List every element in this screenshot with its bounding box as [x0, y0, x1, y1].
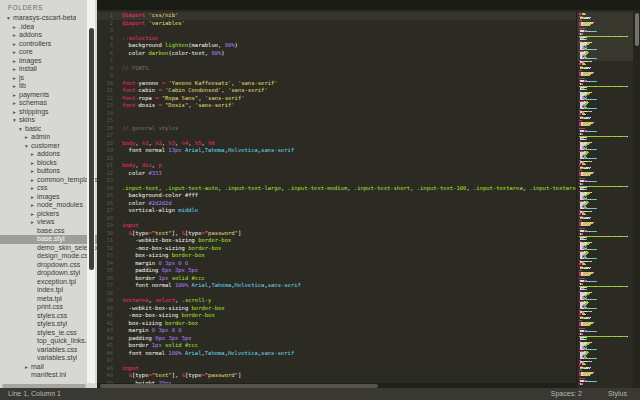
- code-line-37[interactable]: 37 font normal 100% Arial,Tahoma,Helveti…: [97, 282, 576, 290]
- code-line-40[interactable]: 40 -webkit-box-sizing border-box: [97, 305, 576, 313]
- folder-blocks[interactable]: ▸blocks: [0, 159, 97, 168]
- folder-payments[interactable]: ▸payments: [0, 91, 97, 100]
- code-line-14[interactable]: 14: [97, 110, 576, 118]
- code-line-15[interactable]: 15: [97, 117, 576, 125]
- editor-hscroll-thumb[interactable]: [100, 384, 378, 388]
- file-dropdown.css[interactable]: dropdown.css: [0, 261, 97, 270]
- code-line-11[interactable]: 11font-cabin = 'Cabin Condensed', 'sans-…: [97, 87, 576, 95]
- sidebar-vscroll-thumb[interactable]: [89, 28, 94, 270]
- sidebar-hscroll-thumb[interactable]: [2, 384, 86, 388]
- code-line-12[interactable]: 12font-ropa = "Ropa Sans", 'sans-serif': [97, 95, 576, 103]
- minimap[interactable]: [576, 10, 633, 388]
- file-top_quick_links.tpl[interactable]: top_quick_links.tpl: [0, 337, 97, 346]
- folder-core[interactable]: ▸core: [0, 48, 97, 57]
- code-line-33[interactable]: 33 box-sizing border-box: [97, 252, 576, 260]
- code-line-13[interactable]: 13font-dosis = "Dosis", 'sans-serif': [97, 102, 576, 110]
- code-line-26[interactable]: 26 color #2d2d2d: [97, 200, 576, 208]
- code-line-1[interactable]: 1@import 'css/nib': [97, 12, 576, 20]
- code-line-5[interactable]: 5 background lighten(marablue, 80%): [97, 42, 576, 50]
- code-line-20[interactable]: 20: [97, 155, 576, 163]
- code-line-21[interactable]: 21body, div, p: [97, 162, 576, 170]
- folder-shippings[interactable]: ▸shippings: [0, 108, 97, 117]
- code-line-4[interactable]: 4::selection: [97, 35, 576, 43]
- folder-marasys-cscart-beta[interactable]: ▾marasys-cscart-beta: [0, 14, 97, 23]
- folder-addons[interactable]: ▸addons: [0, 150, 97, 159]
- file-exception.tpl[interactable]: exception.tpl: [0, 278, 97, 287]
- code-line-41[interactable]: 41 -moz-box-sizing border-box: [97, 312, 576, 320]
- sidebar-vertical-scrollbar[interactable]: [87, 0, 95, 384]
- folder-images[interactable]: ▸images: [0, 193, 97, 202]
- folder-customer[interactable]: ▾customer: [0, 142, 97, 151]
- file-index.tpl[interactable]: index.tpl: [0, 286, 97, 295]
- folder-mail[interactable]: ▸mail: [0, 363, 97, 372]
- file-variables.css[interactable]: variables.css: [0, 346, 97, 355]
- code-line-34[interactable]: 34 margin 0 3px 0 0: [97, 260, 576, 268]
- code-line-6[interactable]: 6 color darken(color-text, 80%): [97, 50, 576, 58]
- code-line-39[interactable]: 39textarea, select, .scroll-y: [97, 297, 576, 305]
- code-line-44[interactable]: 44 padding 6px 3px 5px: [97, 335, 576, 343]
- folder-schemas[interactable]: ▸schemas: [0, 99, 97, 108]
- code-line-42[interactable]: 42 box-sizing border-box: [97, 320, 576, 328]
- folder-addons[interactable]: ▸addons: [0, 31, 97, 40]
- code-line-3[interactable]: 3: [97, 27, 576, 35]
- file-base.css[interactable]: base.css: [0, 227, 97, 236]
- code-line-22[interactable]: 22 color #333: [97, 170, 576, 178]
- file-meta.tpl[interactable]: meta.tpl: [0, 295, 97, 304]
- code-line-38[interactable]: 38: [97, 290, 576, 298]
- code-line-17[interactable]: 17: [97, 132, 576, 140]
- folder-admin[interactable]: ▸admin: [0, 133, 97, 142]
- file-design_mode.css[interactable]: design_mode.css: [0, 252, 97, 261]
- code-line-49[interactable]: 49 &[type="text"], &[type="password"]: [97, 372, 576, 380]
- file-demo_skin_selector.tpl[interactable]: demo_skin_selector.tpl: [0, 244, 97, 253]
- code-line-19[interactable]: 19 font normal 13px Arial,Tahoma,Helveti…: [97, 147, 576, 155]
- code-line-46[interactable]: 46 font normal 100% Arial,Tahoma,Helveti…: [97, 350, 576, 358]
- editor-vscroll-thumb[interactable]: [635, 13, 639, 46]
- folder-controllers[interactable]: ▸controllers: [0, 40, 97, 49]
- code-line-10[interactable]: 10font-yanone = 'Yanone Kaffeesatz', 'sa…: [97, 80, 576, 88]
- folder-buttons[interactable]: ▸buttons: [0, 167, 97, 176]
- code-line-24[interactable]: 24.input-text, .input-text-auto, .input-…: [97, 185, 576, 193]
- file-styles_ie.css[interactable]: styles_ie.css: [0, 329, 97, 338]
- code-line-30[interactable]: 30 &[type="text"], &[type="password"]: [97, 230, 576, 238]
- code-line-48[interactable]: 48input: [97, 365, 576, 373]
- code-area[interactable]: 1@import 'css/nib'2@import 'variables'34…: [97, 10, 576, 388]
- code-line-7[interactable]: 7: [97, 57, 576, 65]
- file-styles.css[interactable]: styles.css: [0, 312, 97, 321]
- file-dropdown.styl[interactable]: dropdown.styl: [0, 269, 97, 278]
- folder-pickers[interactable]: ▸pickers: [0, 210, 97, 219]
- folder-views[interactable]: ▸views: [0, 218, 97, 227]
- folder-skins[interactable]: ▾skins: [0, 116, 97, 125]
- folder-js[interactable]: ▸js: [0, 74, 97, 83]
- code-line-36[interactable]: 36 border 1px solid #ccc: [97, 275, 576, 283]
- code-line-16[interactable]: 16// general styles: [97, 125, 576, 133]
- folder-.idea[interactable]: ▸.idea: [0, 23, 97, 32]
- code-line-27[interactable]: 27 vertical-align middle: [97, 207, 576, 215]
- folder-basic[interactable]: ▾basic: [0, 125, 97, 134]
- file-variables.styl[interactable]: variables.styl: [0, 354, 97, 363]
- code-line-8[interactable]: 8// FONTS: [97, 65, 576, 73]
- syntax-status[interactable]: Stylus: [608, 388, 627, 400]
- file-manifest.ini[interactable]: manifest.ini: [0, 371, 97, 380]
- code-line-28[interactable]: 28: [97, 215, 576, 223]
- file-styles.styl[interactable]: styles.styl: [0, 320, 97, 329]
- code-line-25[interactable]: 25 background-color #fff: [97, 192, 576, 200]
- code-line-9[interactable]: 9: [97, 72, 576, 80]
- code-line-47[interactable]: 47: [97, 357, 576, 365]
- file-print.css[interactable]: print.css: [0, 303, 97, 312]
- file-base.styl[interactable]: base.styl: [0, 235, 97, 244]
- editor-vertical-scrollbar[interactable]: [633, 10, 640, 388]
- code-line-29[interactable]: 29input: [97, 222, 576, 230]
- folder-images[interactable]: ▸images: [0, 57, 97, 66]
- minimap-viewport[interactable]: [577, 12, 633, 61]
- folder-css[interactable]: ▸css: [0, 184, 97, 193]
- code-line-45[interactable]: 45 border 1px solid #ccc: [97, 342, 576, 350]
- code-line-18[interactable]: 18body, h1, h2, h3, h4, h5, h6: [97, 140, 576, 148]
- code-line-23[interactable]: 23: [97, 177, 576, 185]
- code-line-31[interactable]: 31 -webkit-box-sizing border-box: [97, 237, 576, 245]
- indentation-status[interactable]: Spaces: 2: [551, 388, 582, 400]
- folder-install[interactable]: ▸install: [0, 65, 97, 74]
- code-line-2[interactable]: 2@import 'variables': [97, 20, 576, 28]
- folder-common_templates[interactable]: ▸common_templates: [0, 176, 97, 185]
- code-line-35[interactable]: 35 padding 6px 3px 5px: [97, 267, 576, 275]
- folder-lib[interactable]: ▸lib: [0, 82, 97, 91]
